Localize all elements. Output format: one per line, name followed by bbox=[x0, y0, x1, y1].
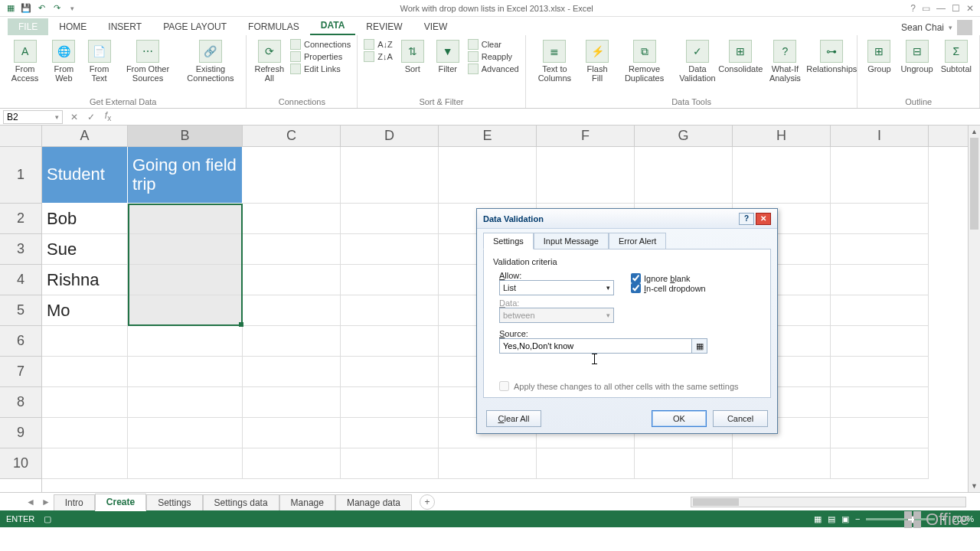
file-tab[interactable]: FILE bbox=[8, 18, 48, 35]
clear-all-button[interactable]: Clear All bbox=[486, 410, 541, 427]
cell[interactable] bbox=[243, 448, 341, 479]
sheet-tab[interactable]: Manage data bbox=[335, 494, 412, 510]
row-header[interactable]: 4 bbox=[0, 265, 41, 295]
tab-view[interactable]: VIEW bbox=[413, 18, 459, 35]
cell[interactable] bbox=[128, 265, 243, 295]
cell[interactable] bbox=[341, 265, 439, 295]
cell[interactable]: Student bbox=[42, 147, 128, 204]
cell[interactable] bbox=[42, 326, 128, 357]
cell[interactable] bbox=[341, 326, 439, 357]
allow-select[interactable]: List▾ bbox=[499, 280, 614, 295]
sheet-tab[interactable]: Intro bbox=[54, 494, 95, 510]
cell[interactable]: Rishna bbox=[42, 265, 128, 295]
filter-button[interactable]: ▼Filter bbox=[433, 38, 463, 75]
qat-dropdown-icon[interactable]: ▾ bbox=[66, 2, 78, 15]
cell[interactable] bbox=[537, 448, 635, 479]
tab-data[interactable]: DATA bbox=[310, 17, 356, 35]
horizontal-scrollbar[interactable] bbox=[691, 497, 966, 507]
consolidate-button[interactable]: ⊞Consolidate bbox=[724, 38, 758, 75]
ok-button[interactable]: OK bbox=[652, 410, 707, 427]
sheet-tab[interactable]: Create bbox=[95, 494, 146, 511]
dialog-title-bar[interactable]: Data Validation ? ✕ bbox=[477, 209, 777, 229]
col-header[interactable]: B bbox=[128, 126, 243, 146]
close-icon[interactable]: ✕ bbox=[966, 3, 974, 14]
ungroup-button[interactable]: ⊟Ungroup bbox=[899, 38, 934, 75]
cell[interactable] bbox=[635, 448, 733, 479]
view-normal-icon[interactable]: ▦ bbox=[814, 514, 822, 524]
what-if-button[interactable]: ?What-If Analysis bbox=[763, 38, 808, 84]
existing-connections-button[interactable]: 🔗Existing Connections bbox=[181, 38, 240, 84]
row-header[interactable]: 1 bbox=[0, 147, 41, 204]
group-button[interactable]: ⊞Group bbox=[864, 38, 894, 75]
cell[interactable] bbox=[243, 234, 341, 265]
flash-fill-button[interactable]: ⚡Flash Fill bbox=[582, 38, 612, 84]
col-header[interactable]: H bbox=[733, 126, 831, 146]
cell[interactable] bbox=[128, 448, 243, 479]
undo-icon[interactable]: ↶ bbox=[35, 2, 47, 15]
cell[interactable] bbox=[243, 326, 341, 357]
edit-links-button[interactable]: Edit Links bbox=[290, 63, 351, 75]
cell[interactable] bbox=[128, 387, 243, 418]
dialog-tab-input-message[interactable]: Input Message bbox=[534, 233, 609, 249]
from-access-button[interactable]: AFrom Access bbox=[6, 38, 44, 84]
cell[interactable] bbox=[831, 418, 929, 448]
cell[interactable] bbox=[243, 418, 341, 448]
tab-nav-next-icon[interactable]: ► bbox=[38, 497, 54, 507]
cell[interactable] bbox=[831, 295, 929, 326]
subtotal-button[interactable]: ΣSubtotal bbox=[939, 38, 973, 75]
cell[interactable] bbox=[831, 448, 929, 479]
cell[interactable] bbox=[341, 448, 439, 479]
properties-button[interactable]: Properties bbox=[290, 51, 351, 63]
row-header[interactable]: 7 bbox=[0, 357, 41, 387]
cell[interactable] bbox=[831, 234, 929, 265]
macro-record-icon[interactable]: ▢ bbox=[44, 514, 51, 524]
add-sheet-button[interactable]: + bbox=[420, 494, 435, 510]
cell[interactable] bbox=[341, 295, 439, 326]
row-header[interactable]: 5 bbox=[0, 295, 41, 326]
sheet-tab[interactable]: Settings bbox=[146, 494, 202, 510]
tab-home[interactable]: HOME bbox=[48, 18, 97, 35]
cell[interactable] bbox=[42, 387, 128, 418]
cell[interactable] bbox=[439, 448, 537, 479]
cell[interactable] bbox=[243, 204, 341, 234]
ignore-blank-checkbox[interactable]: Ignore blank bbox=[631, 273, 706, 283]
reapply-button[interactable]: Reapply bbox=[468, 51, 519, 63]
cell[interactable] bbox=[733, 448, 831, 479]
cell[interactable] bbox=[831, 204, 929, 234]
cell[interactable] bbox=[42, 357, 128, 387]
scroll-down-icon[interactable]: ▼ bbox=[969, 480, 980, 492]
tab-insert[interactable]: INSERT bbox=[97, 18, 152, 35]
cell[interactable] bbox=[243, 265, 341, 295]
col-header[interactable]: C bbox=[243, 126, 341, 146]
minimize-icon[interactable]: — bbox=[936, 3, 946, 14]
cell[interactable] bbox=[42, 448, 128, 479]
cell[interactable]: Mo bbox=[42, 295, 128, 326]
ribbon-options-icon[interactable]: ▭ bbox=[922, 3, 930, 14]
cell[interactable] bbox=[243, 147, 341, 204]
col-header[interactable]: F bbox=[537, 126, 635, 146]
user-box[interactable]: Sean Chai ▾ bbox=[901, 20, 980, 35]
relationships-button[interactable]: ⊶Relationships bbox=[812, 38, 851, 75]
col-header[interactable]: E bbox=[439, 126, 537, 146]
maximize-icon[interactable]: ☐ bbox=[952, 3, 960, 14]
cell[interactable] bbox=[128, 357, 243, 387]
cell[interactable] bbox=[243, 357, 341, 387]
cell[interactable] bbox=[341, 204, 439, 234]
enter-formula-icon[interactable]: ✓ bbox=[83, 112, 100, 122]
row-header[interactable]: 9 bbox=[0, 418, 41, 448]
dialog-tab-settings[interactable]: Settings bbox=[483, 233, 534, 249]
row-header[interactable]: 6 bbox=[0, 326, 41, 357]
col-header[interactable]: I bbox=[831, 126, 929, 146]
from-other-sources-button[interactable]: ⋯From Other Sources bbox=[119, 38, 177, 84]
cell[interactable] bbox=[831, 265, 929, 295]
cell[interactable]: Bob bbox=[42, 204, 128, 234]
cell[interactable] bbox=[243, 295, 341, 326]
fx-icon[interactable]: fx bbox=[100, 110, 116, 122]
dialog-help-icon[interactable]: ? bbox=[739, 213, 754, 225]
scroll-up-icon[interactable]: ▲ bbox=[969, 126, 980, 138]
cancel-button[interactable]: Cancel bbox=[713, 410, 768, 427]
col-header[interactable]: G bbox=[635, 126, 733, 146]
cell[interactable]: Sue bbox=[42, 234, 128, 265]
cell[interactable] bbox=[831, 387, 929, 418]
scroll-thumb[interactable] bbox=[970, 138, 978, 230]
